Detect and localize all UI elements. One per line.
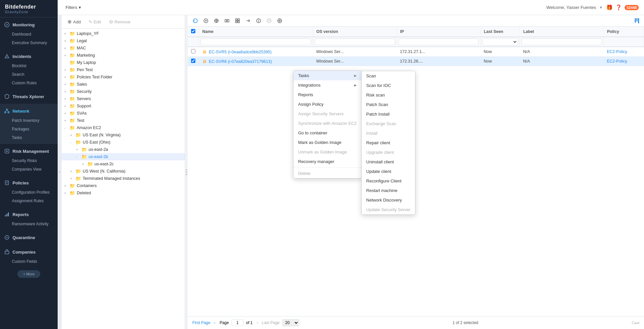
menu-item-reports[interactable]: Reports <box>294 90 361 99</box>
resize-handle[interactable] <box>185 15 188 329</box>
row1-policy-link[interactable]: EC2-Policy <box>607 49 627 54</box>
tree-item[interactable]: +📁Deleted <box>62 189 185 197</box>
tree-item[interactable]: +📁us-east-2a <box>62 146 185 153</box>
tree-item[interactable]: -📁Amazon EC2 <box>62 124 185 131</box>
gift-icon[interactable]: 🎁 <box>606 4 613 11</box>
sidebar-item-custom-fields[interactable]: Custom Fields <box>0 257 58 266</box>
row1-name-link[interactable]: EC-SVR5 (i-0eaa6adce9bb25395) <box>209 50 271 54</box>
row2-checkbox[interactable] <box>191 59 195 63</box>
table-row[interactable]: 🖥 EC-SVR5 (i-0eaa6adce9bb25395) Windows … <box>188 47 644 57</box>
tree-item[interactable]: -📁US East (Ohio) <box>62 139 185 146</box>
sidebar-item-search[interactable]: Search <box>0 70 58 79</box>
submenu-update-client[interactable]: Update client <box>362 167 415 176</box>
collapse-sidebar-button[interactable]: ‹ <box>58 15 62 329</box>
tree-item[interactable]: +📁Sales <box>62 81 185 88</box>
select-all-checkbox[interactable] <box>191 29 195 33</box>
move-icon-btn[interactable] <box>223 17 231 24</box>
tree-item[interactable]: +📁Marketing <box>62 52 185 59</box>
arrow-icon-btn[interactable] <box>244 17 252 24</box>
tree-item[interactable]: +📁US East (N. Virginia) <box>62 131 185 139</box>
menu-item-recovery-manager[interactable]: Recovery manager <box>294 157 361 166</box>
tree-item[interactable]: +📁Policies Test Folder <box>62 73 185 81</box>
edit-button[interactable]: ✎ Edit <box>87 18 103 25</box>
minus-icon-btn[interactable] <box>265 17 273 24</box>
tree-item[interactable]: +📁Test <box>62 117 185 124</box>
tree-item[interactable]: +📁SVAs <box>62 110 185 117</box>
submenu-scan[interactable]: Scan <box>362 71 415 81</box>
remove-button[interactable]: ⊖ Remove <box>107 18 132 26</box>
notification-badge[interactable]: 52448 <box>625 5 639 10</box>
add-button[interactable]: ⊕ Add <box>66 18 83 26</box>
sidebar-item-blocklist[interactable]: Blocklist <box>0 62 58 70</box>
menu-item-integrations[interactable]: Integrations ▶ <box>294 80 361 90</box>
submenu-risk-scan[interactable]: Risk scan <box>362 90 415 100</box>
sidebar-item-incidents[interactable]: Incidents <box>0 51 58 62</box>
sidebar-item-security-risks[interactable]: Security Risks <box>0 156 58 165</box>
tree-item[interactable]: +📁US West (N. California) <box>62 168 185 175</box>
first-page-button[interactable]: First Page <box>192 320 210 325</box>
filter-name-input[interactable] <box>201 39 311 45</box>
info-icon-btn[interactable] <box>254 17 263 24</box>
tree-item[interactable]: +📁Laptops_YF <box>62 30 185 37</box>
submenu-scan-ioc[interactable]: Scan for IOC <box>362 81 415 90</box>
columns-toggle-button[interactable] <box>633 17 641 24</box>
row2-name-link[interactable]: EC-SVR6 (i-07ea820ea37179613) <box>209 59 272 64</box>
tree-item[interactable]: +📁Servers <box>62 95 185 102</box>
submenu-uninstall-client[interactable]: Uninstall client <box>362 157 415 167</box>
grid-icon-btn[interactable] <box>233 17 242 24</box>
tree-item[interactable]: +📁Containers <box>62 182 185 189</box>
menu-item-mark-golden-image[interactable]: Mark as Golden Image <box>294 138 361 147</box>
tree-item[interactable]: +📁Support <box>62 102 185 110</box>
sidebar-item-companies[interactable]: Companies <box>0 247 58 257</box>
tree-item[interactable]: -📁us-east-2b <box>62 153 185 160</box>
tree-item[interactable]: +📁Legal <box>62 37 185 44</box>
refresh-icon-btn[interactable] <box>191 17 200 24</box>
sidebar-item-risk-management[interactable]: Risk Management <box>0 146 58 156</box>
filter-label-input[interactable] <box>521 39 602 45</box>
filters-button[interactable]: Filters ▾ <box>63 4 84 11</box>
sidebar-item-packages[interactable]: Packages <box>0 125 58 133</box>
sidebar-item-assignment-rules[interactable]: Assignment Rules <box>0 197 58 205</box>
filter2-icon-btn[interactable] <box>202 17 210 24</box>
submenu-restart-machine[interactable]: Restart machine <box>362 186 415 195</box>
submenu-network-discovery[interactable]: Network Discovery <box>362 195 415 205</box>
per-page-select[interactable]: 20 50 100 <box>282 319 299 326</box>
sidebar-item-patch-inventory[interactable]: Patch Inventory <box>0 116 58 125</box>
row1-checkbox[interactable] <box>191 49 195 53</box>
tree-item[interactable]: +📁MAC <box>62 44 185 52</box>
tree-item[interactable]: +📁Terminated Managed Instances <box>62 175 185 182</box>
sidebar-item-monitoring[interactable]: Monitoring <box>0 19 58 30</box>
submenu-patch-scan[interactable]: Patch Scan <box>362 100 415 109</box>
filter-lastseen-select[interactable] <box>482 38 518 45</box>
sidebar-item-custom-rules[interactable]: Custom Rules <box>0 79 58 87</box>
settings-icon-btn[interactable] <box>275 17 284 24</box>
sidebar-item-dashboard[interactable]: Dashboard <box>0 30 58 39</box>
tree-item[interactable]: +📁us-east-2c <box>62 160 185 168</box>
menu-item-assign-policy[interactable]: Assign Policy <box>294 99 361 109</box>
menu-item-tasks[interactable]: Tasks ▶ Scan Scan for IOC Risk scan Patc… <box>294 71 361 80</box>
sidebar-item-configuration-profiles[interactable]: Configuration Profiles <box>0 188 58 197</box>
sidebar-item-network[interactable]: Network <box>0 106 58 116</box>
submenu-reconfigure-client[interactable]: Reconfigure Client <box>362 176 415 186</box>
sidebar-item-quarantine[interactable]: Quarantine <box>0 232 58 243</box>
menu-item-go-to-container[interactable]: Go to container <box>294 128 361 138</box>
sidebar-item-threats-xplorer[interactable]: Threats Xplorer <box>0 91 58 102</box>
filter-ip-input[interactable] <box>399 39 479 45</box>
sidebar-item-policies[interactable]: Policies <box>0 178 58 188</box>
sidebar-item-tasks[interactable]: Tasks <box>0 133 58 142</box>
last-page-button[interactable]: Last Page <box>262 320 280 325</box>
submenu-patch-install[interactable]: Patch Install <box>362 109 415 119</box>
submenu-repair-client[interactable]: Repair client <box>362 138 415 148</box>
tree-item[interactable]: +📁Security <box>62 88 185 95</box>
tree-item[interactable]: 📁My Laptop <box>62 59 185 66</box>
filter-os-input[interactable] <box>315 39 395 45</box>
more-button[interactable]: + More <box>17 270 40 278</box>
tree-item[interactable]: +📁Pen Test <box>62 66 185 73</box>
page-input[interactable] <box>232 319 243 326</box>
sidebar-item-executive-summary[interactable]: Executive Summary <box>0 39 58 47</box>
sidebar-item-ransomware-activity[interactable]: Ransomware Activity <box>0 220 58 228</box>
sidebar-item-companies-view[interactable]: Companies View <box>0 165 58 174</box>
sidebar-item-reports[interactable]: Reports <box>0 209 58 220</box>
table-row[interactable]: 🖥 EC-SVR6 (i-07ea820ea37179613) Windows … <box>188 57 644 66</box>
row2-policy-link[interactable]: EC2-Policy <box>607 59 627 64</box>
